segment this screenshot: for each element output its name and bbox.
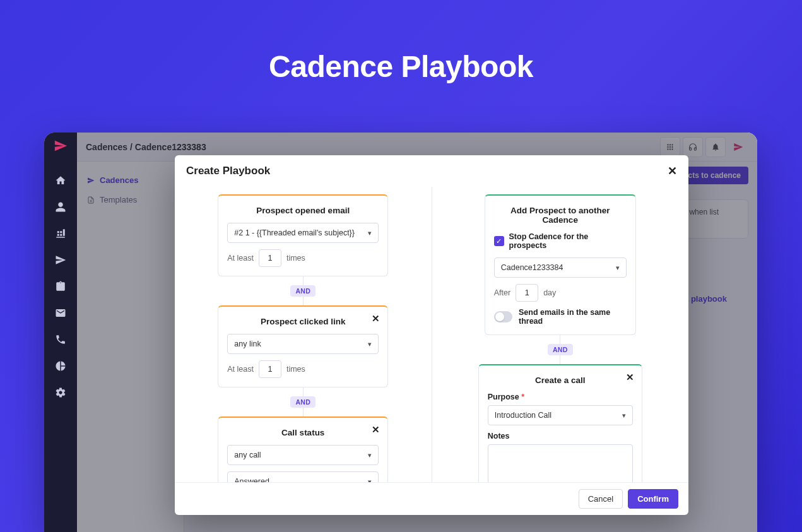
send-icon[interactable] [54, 254, 67, 266]
close-icon[interactable]: ✕ [372, 424, 380, 435]
select-value: any call [234, 451, 261, 459]
after-label: After [494, 288, 510, 297]
and-badge: AND [290, 396, 315, 408]
condition-card-clicked-link: ✕ Prospect clicked link any link At leas… [218, 305, 388, 387]
gear-icon[interactable] [54, 386, 67, 399]
card-title: Prospect clicked link [227, 317, 379, 326]
connector: AND [290, 276, 315, 305]
close-icon[interactable]: ✕ [626, 372, 634, 383]
actions-column: Add Prospect to another Cadence ✓ Stop C… [432, 187, 689, 482]
select-value: Answered [234, 477, 269, 482]
times-label: times [286, 365, 305, 374]
card-title: Add Prospect to another Cadence [494, 206, 627, 225]
atleast-label: At least [227, 365, 254, 374]
clipboard-icon[interactable] [54, 280, 67, 293]
cadence-select[interactable]: Cadence1233384 [494, 257, 627, 278]
hero-title: Cadence Playbook [0, 0, 802, 84]
phone-icon[interactable] [54, 333, 67, 346]
close-icon[interactable]: ✕ [668, 164, 677, 178]
purpose-select[interactable]: Introduction Call [488, 405, 633, 425]
stop-cadence-checkbox[interactable]: ✓ [494, 236, 504, 246]
create-playbook-modal: Create Playbook ✕ Prospect opened email … [175, 155, 688, 515]
modal-footer: Cancel Confirm [175, 482, 688, 515]
same-thread-toggle[interactable] [494, 311, 512, 322]
modal-body: Prospect opened email #2 1 - {{Threaded … [175, 187, 688, 482]
select-value: Cadence1233384 [501, 263, 563, 272]
building-icon[interactable] [54, 227, 67, 240]
select-value: Introduction Call [495, 411, 551, 420]
cancel-button[interactable]: Cancel [579, 489, 623, 509]
card-title: Call status [227, 428, 379, 437]
confirm-button[interactable]: Confirm [628, 489, 678, 509]
after-input[interactable] [516, 284, 538, 302]
connector: AND [548, 335, 573, 364]
modal-header: Create Playbook ✕ [175, 155, 688, 187]
card-title: Prospect opened email [227, 206, 379, 215]
condition-card-call-status: ✕ Call status any call Answered [218, 417, 388, 482]
close-icon[interactable]: ✕ [372, 313, 380, 324]
call-status-select[interactable]: Answered [227, 471, 379, 482]
notes-label: Notes [488, 432, 633, 440]
times-label: times [286, 254, 305, 263]
purpose-label: Purpose * [488, 393, 633, 401]
app-window: Cadences / Cadence1233383 [44, 133, 757, 532]
notes-textarea[interactable] [488, 444, 633, 482]
select-value: #2 1 - {{Threaded email's subject}} [234, 228, 355, 237]
day-label: day [543, 288, 556, 297]
action-card-add-prospect: Add Prospect to another Cadence ✓ Stop C… [485, 194, 636, 335]
home-icon[interactable] [54, 174, 67, 187]
and-badge: AND [290, 285, 315, 297]
atleast-label: At least [227, 254, 254, 263]
conditions-column: Prospect opened email #2 1 - {{Threaded … [175, 187, 432, 482]
condition-card-opened-email: Prospect opened email #2 1 - {{Threaded … [218, 194, 388, 276]
select-value: any link [234, 340, 261, 348]
checkbox-label: Stop Cadence for the prospects [509, 232, 627, 250]
mail-icon[interactable] [54, 307, 67, 319]
toggle-label: Send emails in the same thread [519, 308, 627, 326]
atleast-input[interactable] [259, 360, 281, 378]
nav-sidebar [44, 133, 77, 532]
call-select[interactable]: any call [227, 445, 379, 465]
user-icon[interactable] [54, 201, 67, 213]
card-title: Create a call [488, 375, 633, 385]
atleast-input[interactable] [259, 249, 281, 267]
and-badge: AND [548, 344, 573, 355]
modal-title: Create Playbook [186, 165, 270, 177]
main-area: Cadences / Cadence1233383 [77, 133, 757, 532]
app-logo-icon [54, 139, 68, 155]
connector: AND [290, 387, 315, 417]
chart-icon[interactable] [54, 360, 67, 372]
email-select[interactable]: #2 1 - {{Threaded email's subject}} [227, 223, 379, 243]
action-card-create-call: ✕ Create a call Purpose * Introduction C… [478, 364, 642, 482]
link-select[interactable]: any link [227, 334, 379, 354]
